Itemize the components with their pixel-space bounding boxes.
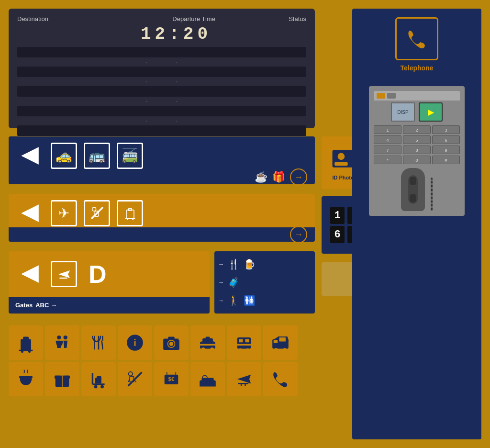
svg-point-13 (337, 153, 345, 160)
svg-marker-10 (21, 265, 39, 283)
telephone-sign (395, 17, 438, 60)
key-star[interactable]: * (374, 156, 401, 164)
key-5[interactable]: 5 (403, 135, 431, 144)
key-6[interactable]: 6 (432, 135, 460, 144)
cafe-icon-box (9, 362, 43, 396)
svg-rect-17 (410, 177, 416, 185)
restroom-icon-box (45, 325, 79, 360)
svg-rect-63 (95, 378, 101, 383)
gate-sign-top: D (9, 251, 210, 297)
arrow-left-icon (15, 141, 44, 170)
board-row (17, 67, 306, 77)
mini-row-2: → 🧳 (218, 277, 311, 288)
key-0[interactable]: 0 (403, 156, 431, 164)
svg-rect-18 (410, 194, 416, 202)
svg-point-38 (169, 342, 173, 346)
key-3[interactable]: 3 (432, 125, 460, 134)
departure-time-header: Departure Time (145, 15, 242, 22)
telephone-label: Telephone (401, 64, 434, 72)
gates-label: Gates (15, 302, 33, 309)
board-row (17, 106, 306, 116)
blue-transport-sign: 🚕 🚌 🚎 (9, 136, 315, 175)
restaurant-icon-box (81, 325, 116, 360)
key-hash[interactable]: # (432, 156, 460, 164)
hotel-icon-box (190, 362, 225, 396)
key-8[interactable]: 8 (403, 146, 431, 154)
arrow-left-icon-2 (15, 199, 44, 227)
orange-sign-bottom: → (9, 227, 315, 242)
minibus-icon: 🚎 (117, 143, 143, 169)
status-header: Status (242, 15, 306, 22)
time-display: 12:20 (46, 24, 306, 44)
svg-point-9 (132, 218, 134, 220)
id-photo-label: ID Photo (332, 175, 354, 180)
key-1[interactable]: 1 (374, 125, 401, 134)
svg-point-8 (126, 218, 128, 220)
svg-rect-14 (334, 162, 348, 165)
key-2[interactable]: 2 (403, 125, 431, 134)
svg-marker-0 (21, 147, 39, 165)
handset (401, 168, 425, 211)
escalator-icon (84, 200, 110, 226)
baggage-cart-icon-box (81, 362, 116, 396)
svg-point-23 (28, 350, 31, 353)
key-4[interactable]: 4 (374, 135, 401, 144)
svg-point-55 (274, 348, 278, 351)
svg-text:$€: $€ (168, 376, 175, 382)
svg-point-43 (210, 347, 214, 351)
svg-rect-44 (200, 344, 215, 346)
orange-transport-sign: ✈ (9, 194, 315, 232)
gates-abc: ABC → (35, 302, 57, 309)
board-row (17, 125, 306, 136)
svg-point-24 (57, 336, 61, 339)
svg-marker-1 (21, 204, 39, 222)
mini-direction-sign: → 🍴 🍺 → 🧳 → 🚶 🚻 (214, 251, 315, 314)
taxi-icon: 🚕 (51, 143, 77, 169)
mini-row-3: → 🚶 🚻 (218, 295, 311, 306)
key-9[interactable]: 9 (432, 146, 460, 154)
baggage-icon (117, 200, 143, 226)
svg-rect-57 (19, 376, 33, 378)
minibus-icon-box-grid (263, 325, 298, 360)
gate-sign: D Gates ABC → (9, 251, 210, 314)
currency-icon-box: $€ (154, 362, 189, 396)
svg-point-49 (239, 348, 242, 352)
svg-rect-47 (239, 339, 243, 342)
photo-icon-box (154, 325, 189, 360)
destination-header: Destination (17, 15, 145, 22)
icon-row-1: i (9, 325, 315, 360)
luggage-icon-box (9, 325, 43, 360)
plane-icon-box-grid (227, 362, 261, 396)
svg-rect-20 (23, 336, 29, 340)
svg-point-22 (21, 350, 23, 353)
svg-rect-51 (237, 344, 251, 346)
bus-icon: 🚌 (84, 143, 110, 169)
svg-rect-54 (274, 340, 278, 343)
num-1: 1 (330, 207, 345, 224)
departure-plane-icon (51, 261, 77, 287)
blue-sign-bottom: ☕ 🎁 → (9, 170, 315, 184)
svg-text:i: i (134, 337, 136, 348)
gift-icon-box (45, 362, 79, 396)
svg-point-42 (201, 347, 205, 351)
info-icon-box: i (118, 325, 152, 360)
svg-point-68 (129, 372, 133, 376)
svg-rect-19 (21, 339, 31, 350)
payphone-unit: DISP ▶ 1 2 3 4 5 6 7 8 9 * 0 # (369, 86, 465, 216)
telephone-icon-box-grid (263, 362, 298, 396)
plane-icon: ✈ (51, 200, 77, 226)
svg-point-28 (64, 336, 67, 339)
svg-point-3 (92, 207, 96, 211)
board-header: Destination Departure Time Status (17, 15, 306, 22)
svg-line-2 (91, 207, 103, 219)
departure-board: Destination Departure Time Status 12:20 … (9, 9, 315, 128)
svg-rect-45 (206, 336, 210, 339)
icon-grid: i (9, 325, 315, 396)
num-6: 6 (330, 226, 345, 243)
icon-row-2: $€ (9, 362, 315, 396)
key-7[interactable]: 7 (374, 146, 401, 154)
svg-rect-64 (97, 376, 101, 379)
gate-letter: D (89, 260, 107, 289)
svg-rect-53 (279, 337, 285, 341)
arrow-left-icon-3 (15, 260, 44, 289)
